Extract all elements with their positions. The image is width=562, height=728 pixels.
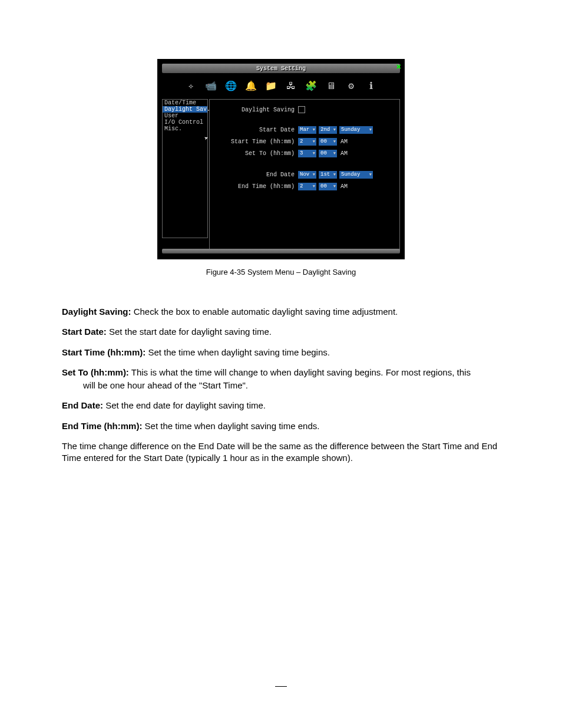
- sidebar-item-misc[interactable]: Misc.: [163, 126, 207, 132]
- tool-camera-icon[interactable]: ✧: [184, 80, 197, 93]
- end-date-month-select[interactable]: Nov▼: [298, 171, 316, 179]
- tool-alarm-icon[interactable]: 🔔: [244, 80, 257, 93]
- def-end-date-text: Set the end date for daylight saving tim…: [103, 400, 266, 410]
- start-time-label: Start Time (hh:mm): [214, 139, 298, 145]
- tool-lan-icon[interactable]: 🖧: [285, 80, 297, 93]
- sidebar-item-io[interactable]: I/O Control: [163, 119, 207, 126]
- settings-panel: Daylight Saving Start Date Mar▼ 2nd▼ Sun…: [209, 99, 400, 250]
- set-to-mm-select[interactable]: 00▼: [319, 150, 337, 157]
- daylight-saving-checkbox[interactable]: [298, 106, 305, 113]
- def-end-time-term: End Time (hh:mm):: [62, 421, 142, 431]
- def-daylight-saving-text: Check the box to enable automatic daylig…: [131, 307, 398, 317]
- def-daylight-saving-term: Daylight Saving:: [62, 307, 131, 317]
- def-end-date-term: End Date:: [62, 400, 103, 410]
- end-time-ampm: AM: [339, 183, 348, 190]
- end-time-label: End Time (hh:mm): [214, 183, 298, 190]
- sidebar-item-daylight[interactable]: Daylight Sav.: [163, 106, 207, 113]
- set-to-ampm: AM: [339, 150, 348, 157]
- tool-puzzle-icon[interactable]: 🧩: [305, 80, 318, 93]
- footer-bar: [162, 249, 400, 253]
- def-set-to-text: This is what the time will change to whe…: [129, 367, 471, 377]
- def-note: The time change difference on the End Da…: [62, 440, 500, 465]
- end-date-day-select[interactable]: Sunday▼: [339, 171, 373, 179]
- daylight-saving-label: Daylight Saving: [214, 107, 298, 113]
- system-setting-window: System Setting × ✧ 📹 🌐 🔔 📁 🖧 🧩 🖥 ⚙ ℹ Dat…: [157, 59, 405, 259]
- def-start-time-text: Set the time when daylight saving time b…: [146, 347, 330, 357]
- window-title: System Setting: [256, 65, 306, 72]
- start-time-mm-select[interactable]: 00▼: [319, 138, 337, 146]
- def-start-date-term: Start Date:: [62, 327, 107, 337]
- figure-caption: Figure 4-35 System Menu – Daylight Savin…: [206, 268, 356, 276]
- sidebar: Date/Time Daylight Sav. User I/O Control…: [162, 99, 208, 238]
- titlebar: System Setting ×: [162, 64, 400, 73]
- def-start-date-text: Set the start date for daylight saving t…: [107, 327, 272, 337]
- end-time-mm-select[interactable]: 00▼: [319, 183, 337, 190]
- def-set-to-term: Set To (hh:mm):: [62, 367, 129, 377]
- tool-network-icon[interactable]: 🌐: [224, 80, 237, 93]
- sidebar-item-user[interactable]: User: [163, 113, 207, 119]
- start-date-week-select[interactable]: 2nd▼: [319, 126, 337, 134]
- tool-display-icon[interactable]: 🖥: [325, 80, 338, 93]
- sidebar-item-datetime[interactable]: Date/Time: [163, 100, 207, 106]
- tool-storage-icon[interactable]: 📁: [265, 80, 277, 93]
- set-to-label: Set To (hh:mm): [214, 150, 298, 157]
- end-time-hh-select[interactable]: 2▼: [298, 183, 316, 190]
- toolbar: ✧ 📹 🌐 🔔 📁 🖧 🧩 🖥 ⚙ ℹ: [162, 77, 400, 95]
- close-icon[interactable]: ×: [396, 62, 401, 72]
- tool-info-icon[interactable]: ℹ: [365, 80, 378, 93]
- start-date-day-select[interactable]: Sunday▼: [339, 126, 373, 134]
- set-to-hh-select[interactable]: 3▼: [298, 150, 316, 157]
- tool-gear-icon[interactable]: ⚙: [345, 80, 358, 93]
- def-start-time-term: Start Time (hh:mm):: [62, 347, 146, 357]
- definitions: Daylight Saving: Check the box to enable…: [62, 306, 500, 464]
- start-date-month-select[interactable]: Mar▼: [298, 126, 316, 134]
- end-date-label: End Date: [214, 172, 298, 178]
- start-date-label: Start Date: [214, 127, 298, 133]
- tool-record-icon[interactable]: 📹: [204, 80, 217, 93]
- def-end-time-text: Set the time when daylight saving time e…: [142, 421, 319, 431]
- end-date-week-select[interactable]: 1st▼: [319, 171, 337, 179]
- start-time-hh-select[interactable]: 2▼: [298, 138, 316, 146]
- start-time-ampm: AM: [339, 139, 348, 145]
- def-set-to-text-2: will be one hour ahead of the "Start Tim…: [83, 380, 248, 390]
